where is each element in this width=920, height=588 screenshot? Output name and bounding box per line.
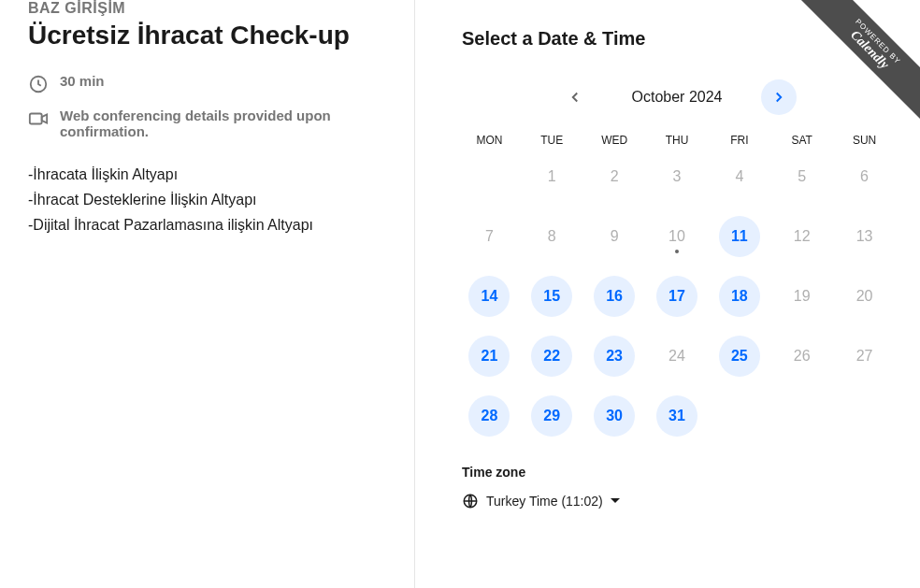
day-unavailable: 8 xyxy=(531,216,572,257)
day-unavailable: 9 xyxy=(594,216,635,257)
prev-month-button[interactable] xyxy=(557,79,593,115)
event-description: -İhracata İlişkin Altyapı-İhracat Destek… xyxy=(28,162,386,238)
day-unavailable: 5 xyxy=(782,156,823,197)
description-line: -İhracata İlişkin Altyapı xyxy=(28,162,386,187)
svg-rect-1 xyxy=(30,114,42,124)
day-available[interactable]: 28 xyxy=(468,395,510,437)
day-unavailable: 1 xyxy=(531,156,572,197)
select-date-title: Select a Date & Time xyxy=(462,28,892,50)
weekday-label: THU xyxy=(650,134,705,156)
chevron-left-icon xyxy=(567,89,583,106)
weekday-label: WED xyxy=(587,134,642,156)
day-available[interactable]: 30 xyxy=(594,395,635,437)
clock-icon xyxy=(28,74,49,94)
calendar-header: October 2024 xyxy=(462,79,892,115)
day-blank xyxy=(719,395,760,437)
month-label: October 2024 xyxy=(602,89,752,106)
day-unavailable: 26 xyxy=(782,336,823,377)
calendar-panel: Select a Date & Time October 2024 MONTUE… xyxy=(415,0,920,588)
day-unavailable: 7 xyxy=(468,216,510,257)
location-row: Web conferencing details provided upon c… xyxy=(28,108,386,139)
next-month-button[interactable] xyxy=(761,79,797,115)
weekday-row: MONTUEWEDTHUFRISATSUN xyxy=(462,134,892,156)
day-available[interactable]: 23 xyxy=(594,336,635,377)
event-title: Ücretsiz İhracat Check-up xyxy=(28,21,386,50)
day-unavailable: 3 xyxy=(656,156,697,197)
day-blank xyxy=(782,395,823,437)
day-unavailable: 13 xyxy=(844,216,885,257)
video-icon xyxy=(28,108,49,129)
day-blank xyxy=(844,395,885,437)
day-unavailable: 6 xyxy=(844,156,885,197)
day-available[interactable]: 11 xyxy=(719,216,760,257)
weekday-label: SUN xyxy=(837,134,892,156)
day-available[interactable]: 25 xyxy=(719,336,760,377)
timezone-section: Time zone Turkey Time (11:02) xyxy=(462,465,892,513)
day-unavailable: 24 xyxy=(656,336,697,377)
event-details-panel: BAZ GİRİŞİM Ücretsiz İhracat Check-up 30… xyxy=(0,0,415,588)
day-available[interactable]: 16 xyxy=(594,276,635,317)
day-unavailable: 10 xyxy=(656,216,697,257)
days-grid: 1234567891011121314151617181920212223242… xyxy=(462,156,892,437)
location-label: Web conferencing details provided upon c… xyxy=(60,108,386,139)
day-unavailable: 27 xyxy=(844,336,885,377)
weekday-label: FRI xyxy=(712,134,767,156)
day-available[interactable]: 31 xyxy=(656,395,697,437)
day-unavailable: 2 xyxy=(594,156,635,197)
timezone-label: Time zone xyxy=(462,465,892,480)
day-available[interactable]: 22 xyxy=(531,336,572,377)
day-available[interactable]: 17 xyxy=(656,276,697,317)
day-unavailable: 4 xyxy=(719,156,760,197)
day-available[interactable]: 18 xyxy=(719,276,760,317)
day-available[interactable]: 29 xyxy=(531,395,572,437)
day-unavailable: 12 xyxy=(782,216,823,257)
calendar: October 2024 MONTUEWEDTHUFRISATSUN 12345… xyxy=(462,79,892,437)
caret-down-icon xyxy=(611,496,620,506)
chevron-right-icon xyxy=(770,89,787,106)
weekday-label: TUE xyxy=(525,134,580,156)
weekday-label: MON xyxy=(462,134,517,156)
day-blank xyxy=(468,156,510,197)
description-line: -Dijital İhracat Pazarlamasına ilişkin A… xyxy=(28,212,386,237)
timezone-button[interactable]: Turkey Time (11:02) xyxy=(462,489,620,513)
duration-row: 30 min xyxy=(28,73,386,94)
timezone-value: Turkey Time (11:02) xyxy=(486,494,603,509)
globe-icon xyxy=(462,493,479,509)
day-available[interactable]: 14 xyxy=(468,276,510,317)
host-name: BAZ GİRİŞİM xyxy=(28,0,386,17)
day-unavailable: 19 xyxy=(782,276,823,317)
day-available[interactable]: 15 xyxy=(531,276,572,317)
description-line: -İhracat Desteklerine İlişkin Altyapı xyxy=(28,187,386,212)
weekday-label: SAT xyxy=(774,134,829,156)
duration-label: 30 min xyxy=(60,73,105,89)
day-available[interactable]: 21 xyxy=(468,336,510,377)
day-unavailable: 20 xyxy=(844,276,885,317)
